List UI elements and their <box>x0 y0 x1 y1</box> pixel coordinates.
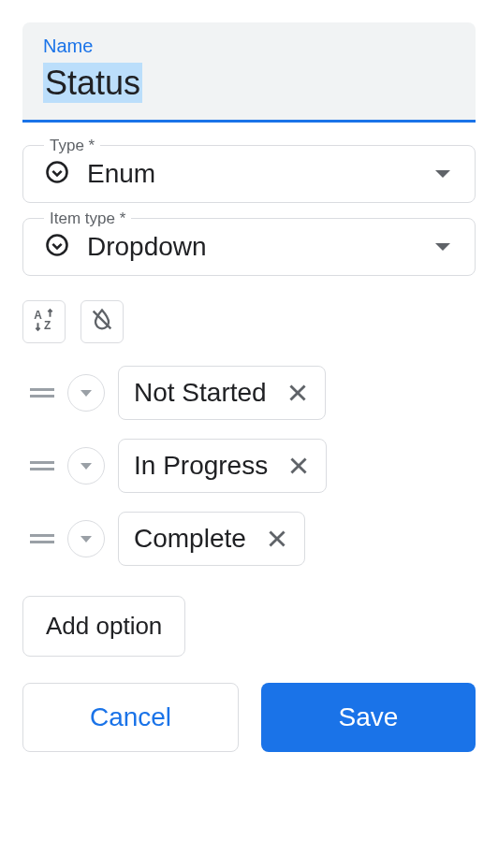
svg-rect-13 <box>30 534 54 537</box>
close-icon <box>286 381 310 405</box>
close-icon <box>286 454 311 478</box>
svg-rect-9 <box>30 461 54 464</box>
option-label[interactable]: In Progress <box>134 451 268 481</box>
chevron-down-icon <box>81 536 92 542</box>
add-option-button[interactable]: Add option <box>22 596 185 657</box>
option-chip: Not Started <box>118 366 326 420</box>
sort-az-button[interactable]: A Z <box>22 300 66 343</box>
svg-rect-5 <box>30 388 54 391</box>
option-row: Complete <box>22 512 476 566</box>
close-icon <box>265 527 289 551</box>
color-off-button[interactable] <box>81 300 124 343</box>
chevron-down-icon <box>435 243 450 251</box>
item-type-select[interactable]: Item type * Dropdown <box>22 218 476 276</box>
type-label: Type * <box>44 137 100 155</box>
option-row: Not Started <box>22 366 476 420</box>
droplet-off-icon <box>89 307 115 337</box>
option-chip: In Progress <box>118 439 327 493</box>
name-input[interactable]: Status <box>43 63 142 103</box>
sort-az-icon: A Z <box>32 308 56 336</box>
type-value: Enum <box>87 159 418 189</box>
svg-rect-14 <box>30 541 54 543</box>
option-color-dropdown[interactable] <box>67 447 105 485</box>
remove-option-button[interactable] <box>265 527 289 551</box>
chevron-down-icon <box>435 170 450 178</box>
dropdown-icon <box>44 232 70 262</box>
chevron-down-icon <box>81 463 92 470</box>
remove-option-button[interactable] <box>286 454 311 478</box>
svg-text:A: A <box>34 309 42 322</box>
name-label: Name <box>43 36 455 57</box>
svg-point-0 <box>48 163 67 182</box>
item-type-label: Item type * <box>44 210 131 228</box>
chevron-down-icon <box>81 390 92 397</box>
drag-handle-icon[interactable] <box>30 386 54 399</box>
enum-icon <box>44 159 70 189</box>
option-color-dropdown[interactable] <box>67 374 105 412</box>
name-field[interactable]: Name Status <box>22 22 476 123</box>
save-button[interactable]: Save <box>261 683 476 752</box>
option-row: In Progress <box>22 439 476 493</box>
svg-rect-6 <box>30 395 54 398</box>
type-select[interactable]: Type * Enum <box>22 145 476 203</box>
option-label[interactable]: Not Started <box>134 378 267 408</box>
svg-rect-10 <box>30 468 54 470</box>
drag-handle-icon[interactable] <box>30 459 54 472</box>
option-label[interactable]: Complete <box>134 524 246 554</box>
cancel-button[interactable]: Cancel <box>22 683 239 752</box>
svg-text:Z: Z <box>44 319 51 332</box>
remove-option-button[interactable] <box>286 381 310 405</box>
svg-point-1 <box>48 236 67 255</box>
drag-handle-icon[interactable] <box>30 532 54 545</box>
option-chip: Complete <box>118 512 305 566</box>
item-type-value: Dropdown <box>87 232 418 262</box>
option-color-dropdown[interactable] <box>67 520 105 557</box>
